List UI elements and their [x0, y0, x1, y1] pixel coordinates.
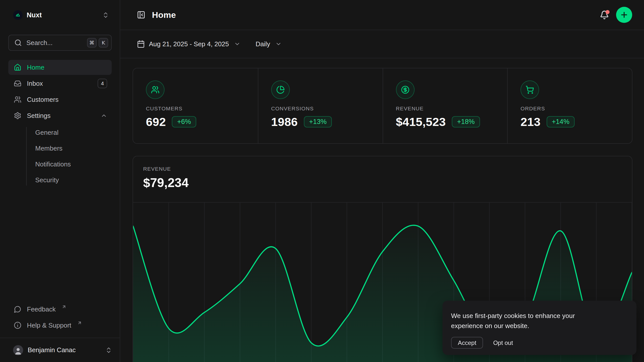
stat-card-revenue: REVENUE $415,523 +18%	[383, 68, 507, 143]
optout-cookies-button[interactable]: Opt out	[493, 339, 513, 346]
panel-left-close-icon	[137, 11, 145, 19]
settings-subnav: General Members Notifications Security	[17, 125, 104, 188]
cart-icon	[520, 80, 539, 99]
sidebar-nav: Home Inbox 4 Customers Settings	[8, 60, 112, 188]
kbd-cmd: ⌘	[87, 38, 97, 48]
date-range-picker[interactable]: Aug 21, 2025 - Sep 4, 2025	[137, 40, 240, 48]
sidebar-item-members[interactable]: Members	[17, 141, 104, 156]
sidebar-item-label: Home	[27, 64, 44, 71]
user-menu[interactable]: Benjamin Canac	[0, 338, 120, 362]
users-icon	[146, 80, 165, 99]
notifications-button[interactable]	[600, 10, 609, 20]
page-title: Home	[152, 10, 176, 20]
plus-icon	[620, 11, 628, 19]
external-link-icon	[62, 304, 66, 309]
stat-value: 692	[146, 115, 166, 129]
stat-label: CUSTOMERS	[146, 106, 248, 112]
sidebar: Nuxt Search... ⌘ K Home	[0, 0, 120, 362]
chat-bubble-icon	[14, 305, 21, 313]
stat-value: 213	[520, 115, 540, 129]
info-circle-icon	[14, 322, 21, 329]
subnav-guide-line	[26, 127, 27, 186]
link-label: Feedback	[27, 305, 56, 313]
revenue-label: REVENUE	[143, 166, 622, 172]
stat-label: REVENUE	[396, 106, 497, 112]
chevron-up-icon	[101, 112, 107, 119]
kbd-k: K	[99, 38, 108, 48]
calendar-icon	[137, 40, 145, 48]
stat-value: 1986	[271, 115, 298, 129]
search-kbd-hints: ⌘ K	[87, 38, 108, 48]
stat-delta-badge: +18%	[452, 116, 480, 127]
stat-delta-badge: +13%	[304, 116, 332, 127]
sidebar-item-general[interactable]: General	[17, 125, 104, 140]
granularity-select[interactable]: Daily	[256, 40, 282, 48]
topbar: Home	[120, 0, 644, 30]
sidebar-item-settings[interactable]: Settings	[8, 108, 112, 123]
chevrons-up-down-icon	[105, 347, 112, 354]
sidebar-item-customers[interactable]: Customers	[8, 92, 112, 107]
revenue-total: $79,234	[143, 175, 622, 190]
chevron-down-icon	[275, 41, 282, 47]
avatar	[13, 345, 23, 355]
stats-grid: CUSTOMERS 692 +6% CONVERSIONS 1986 +13%	[133, 68, 632, 144]
chevrons-up-down-icon	[102, 12, 109, 19]
user-name: Benjamin Canac	[28, 346, 76, 354]
inbox-count-badge: 4	[98, 79, 107, 88]
link-label: Help & Support	[27, 322, 71, 329]
sidebar-item-label: Settings	[27, 112, 51, 120]
date-range-label: Aug 21, 2025 - Sep 4, 2025	[149, 40, 229, 48]
workspace-name: Nuxt	[27, 11, 42, 19]
pie-chart-icon	[271, 80, 290, 99]
users-icon	[14, 96, 21, 103]
dollar-circle-icon	[396, 80, 415, 99]
sub-item-label: Notifications	[35, 160, 71, 168]
sidebar-item-security[interactable]: Security	[17, 172, 104, 188]
search-input[interactable]: Search... ⌘ K	[8, 35, 112, 51]
granularity-label: Daily	[256, 40, 270, 48]
cookie-banner: We use first-party cookies to enhance yo…	[442, 301, 636, 355]
external-link-icon	[77, 321, 82, 325]
sidebar-footer-links: Feedback Help & Support	[8, 302, 112, 333]
revenue-panel-header: REVENUE $79,234	[133, 156, 632, 190]
stat-card-conversions: CONVERSIONS 1986 +13%	[258, 68, 383, 143]
feedback-link[interactable]: Feedback	[8, 302, 112, 316]
sidebar-item-inbox[interactable]: Inbox 4	[8, 76, 112, 91]
topbar-actions	[600, 7, 632, 23]
notification-dot	[606, 10, 610, 14]
accept-cookies-button[interactable]: Accept	[451, 337, 483, 349]
gear-icon	[14, 112, 21, 119]
search-icon	[14, 39, 22, 47]
add-button[interactable]	[616, 7, 632, 23]
cookie-message: We use first-party cookies to enhance yo…	[451, 311, 607, 331]
collapse-sidebar-button[interactable]	[137, 11, 145, 19]
sub-item-label: Security	[35, 176, 59, 184]
workspace-selector[interactable]: Nuxt	[8, 7, 112, 23]
search-placeholder: Search...	[26, 39, 53, 47]
sub-item-label: General	[35, 129, 59, 137]
stat-label: ORDERS	[520, 106, 622, 112]
cookie-actions: Accept Opt out	[451, 337, 626, 349]
stat-value: $415,523	[396, 115, 446, 129]
stat-delta-badge: +6%	[172, 116, 196, 127]
sidebar-spacer	[0, 188, 120, 302]
sidebar-item-label: Inbox	[27, 80, 43, 87]
inbox-icon	[14, 80, 21, 87]
chevron-down-icon	[234, 41, 240, 47]
sidebar-item-home[interactable]: Home	[8, 60, 112, 75]
help-support-link[interactable]: Help & Support	[8, 318, 112, 333]
stat-delta-badge: +14%	[547, 116, 575, 127]
sidebar-item-label: Customers	[27, 96, 59, 104]
sidebar-item-notifications[interactable]: Notifications	[17, 157, 104, 172]
house-icon	[14, 64, 21, 71]
stat-card-orders: ORDERS 213 +14%	[507, 68, 632, 143]
nuxt-logo-icon	[13, 10, 23, 20]
sub-item-label: Members	[35, 145, 62, 152]
filter-bar: Aug 21, 2025 - Sep 4, 2025 Daily	[120, 30, 644, 58]
stat-card-customers: CUSTOMERS 692 +6%	[133, 68, 258, 143]
stat-label: CONVERSIONS	[271, 106, 373, 112]
